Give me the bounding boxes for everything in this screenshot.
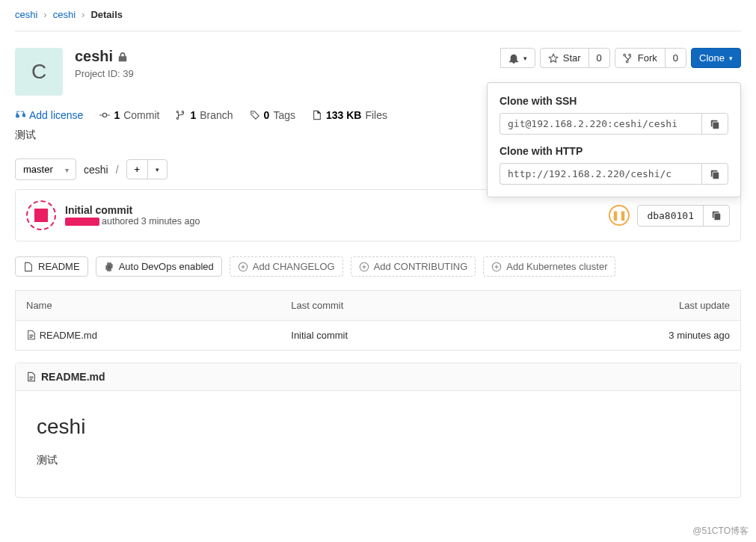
add-k8s-button[interactable]: Add Kubernetes cluster: [483, 256, 615, 277]
clone-ssh-title: Clone with SSH: [500, 95, 728, 107]
lock-icon: [117, 52, 128, 62]
table-row[interactable]: README.md Initial commit 3 minutes ago: [16, 321, 741, 351]
col-last-commit: Last commit: [280, 291, 504, 321]
copy-sha-button[interactable]: [703, 205, 730, 227]
file-icon: [312, 110, 322, 120]
project-avatar: C: [15, 48, 63, 96]
gear-icon: [104, 262, 114, 272]
file-last-commit[interactable]: Initial commit: [280, 321, 504, 351]
chevron-right-icon: ›: [82, 9, 84, 20]
notifications-button[interactable]: ▾: [500, 48, 535, 68]
star-icon: [548, 53, 559, 64]
fork-count: 0: [665, 48, 686, 68]
col-last-update: Last update: [504, 291, 741, 321]
commit-icon: [99, 110, 110, 120]
breadcrumb: ceshi › ceshi › Details: [15, 0, 741, 31]
crumb-current: Details: [90, 9, 123, 20]
document-icon: [23, 262, 34, 272]
copy-ssh-button[interactable]: [701, 113, 728, 135]
star-count: 0: [588, 48, 610, 68]
autodevops-button[interactable]: Auto DevOps enabled: [96, 256, 222, 277]
tags-stat[interactable]: 0Tags: [250, 109, 295, 121]
svg-point-1: [252, 113, 253, 114]
chevron-down-icon: ▾: [523, 55, 527, 62]
file-last-update: 3 minutes ago: [504, 321, 741, 351]
path-segment[interactable]: ceshi: [84, 164, 108, 176]
readme-panel: README.md ceshi 测试: [15, 363, 741, 498]
commit-sha[interactable]: dba80101: [637, 205, 704, 227]
plus-circle-icon: [491, 262, 502, 272]
add-license-link[interactable]: Add license: [15, 109, 83, 121]
crumb-project[interactable]: ceshi: [53, 9, 76, 20]
add-changelog-button[interactable]: Add CHANGELOG: [230, 256, 343, 277]
document-icon: [26, 372, 37, 382]
pipeline-status-icon[interactable]: ❚❚: [609, 205, 630, 226]
author-identicon: [26, 200, 56, 230]
chevron-down-icon: ▾: [156, 166, 159, 173]
add-contributing-button[interactable]: Add CONTRIBUTING: [351, 256, 476, 277]
project-title: ceshi: [75, 48, 134, 65]
clone-http-title: Clone with HTTP: [500, 145, 728, 157]
readme-button[interactable]: README: [15, 256, 88, 277]
tag-icon: [250, 110, 260, 120]
crumb-group[interactable]: ceshi: [15, 9, 37, 20]
col-name: Name: [16, 291, 281, 321]
readme-heading: ceshi: [37, 415, 719, 439]
path-separator: /: [116, 164, 119, 176]
chevron-down-icon: ▾: [729, 55, 733, 62]
file-icon: [26, 330, 37, 340]
plus-circle-icon: [359, 262, 369, 272]
clone-button[interactable]: Clone ▾: [691, 48, 741, 68]
copy-icon: [710, 169, 720, 179]
fork-icon: [623, 53, 633, 64]
plus-circle-icon: [238, 262, 248, 272]
copy-icon: [711, 210, 722, 221]
branches-stat[interactable]: 1Branch: [176, 109, 233, 121]
files-size-stat[interactable]: 133 KBFiles: [312, 109, 387, 121]
commit-message[interactable]: Initial commit: [65, 204, 200, 216]
add-file-dropdown[interactable]: ▾: [147, 159, 168, 179]
clone-popover: Clone with SSH Clone with HTTP: [487, 82, 741, 197]
scale-icon: [15, 110, 25, 120]
add-file-button[interactable]: +: [126, 159, 149, 179]
project-id: Project ID: 39: [75, 68, 134, 79]
copy-icon: [710, 119, 720, 129]
commits-stat[interactable]: 1Commit: [99, 109, 159, 121]
copy-http-button[interactable]: [701, 163, 728, 185]
branch-select[interactable]: master: [15, 158, 76, 180]
files-table: Name Last commit Last update README.md I…: [15, 290, 741, 351]
file-name[interactable]: README.md: [40, 330, 97, 341]
svg-point-0: [103, 113, 107, 117]
clone-http-input[interactable]: [500, 163, 701, 185]
readme-filename: README.md: [41, 371, 105, 383]
chevron-right-icon: ›: [43, 9, 46, 20]
clone-ssh-input[interactable]: [500, 113, 701, 135]
fork-button[interactable]: Fork: [615, 48, 666, 68]
branch-icon: [176, 110, 186, 120]
bell-icon: [508, 53, 519, 64]
readme-text: 测试: [37, 454, 719, 467]
commit-author-time: authored 3 minutes ago: [65, 216, 200, 227]
star-button[interactable]: Star: [540, 48, 589, 68]
